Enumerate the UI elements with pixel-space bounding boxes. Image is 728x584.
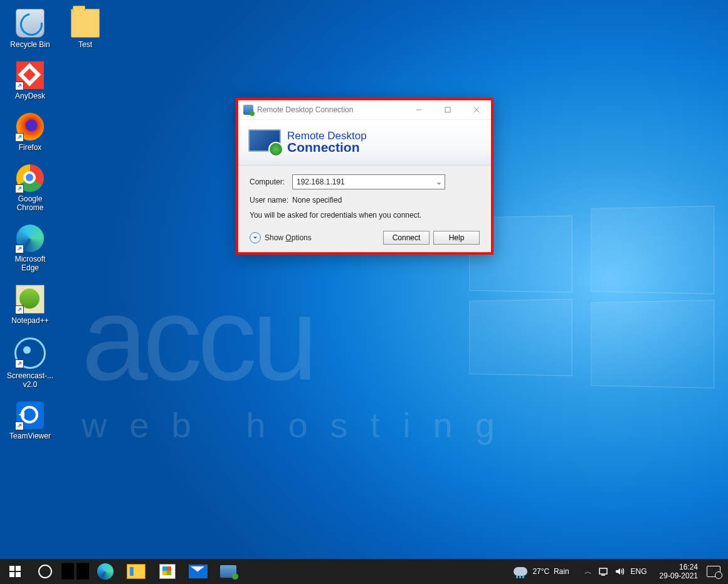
shortcut-arrow-icon: ↗ — [15, 359, 24, 368]
ico-bin — [16, 9, 45, 38]
taskbar-mail[interactable] — [189, 565, 208, 578]
shortcut-arrow-icon: ↗ — [15, 245, 24, 253]
shortcut-arrow-icon: ↗ — [15, 82, 24, 90]
username-label: User name: — [250, 196, 292, 204]
system-tray[interactable]: ︿ ENG — [584, 566, 647, 577]
show-options-toggle[interactable]: Show Options — [250, 232, 312, 243]
taskbar-clock[interactable]: 16:24 29-09-2021 — [660, 563, 698, 580]
ico-ff: ↗ — [16, 113, 44, 141]
taskbar-store[interactable] — [159, 564, 176, 579]
desktop-icon-teamviewer[interactable]: ↗TeamViewer — [6, 401, 54, 440]
shortcut-arrow-icon: ↗ — [15, 422, 24, 430]
search-icon — [38, 565, 52, 578]
rdc-icon — [243, 105, 253, 115]
taskbar: 27°C Rain ︿ ENG 16:24 29-09-2021 — [0, 559, 728, 584]
desktop-icon-anydesk[interactable]: ↗AnyDesk — [6, 61, 54, 100]
icon-label: Firefox — [6, 143, 54, 152]
tray-chevron-icon[interactable]: ︿ — [584, 566, 592, 577]
svg-rect-5 — [16, 566, 21, 571]
icon-label: Screencast-... v2.0 — [6, 371, 54, 389]
ico-anydesk: ↗ — [16, 61, 44, 89]
monitor-icon — [248, 129, 282, 156]
shortcut-arrow-icon: ↗ — [15, 133, 24, 142]
svg-rect-7 — [16, 572, 21, 577]
maximize-button[interactable] — [433, 100, 462, 119]
ico-scast: ↗ — [14, 337, 46, 369]
computer-label: Computer: — [250, 178, 292, 186]
icon-label: Microsoft Edge — [6, 255, 54, 272]
shortcut-arrow-icon: ↗ — [15, 184, 24, 193]
ico-tv: ↗ — [16, 401, 44, 429]
credentials-hint: You will be asked for credentials when y… — [250, 211, 480, 220]
taskbar-rdc[interactable] — [220, 565, 236, 578]
taskbar-file-explorer[interactable] — [127, 564, 145, 579]
watermark-accu: accu — [82, 270, 313, 406]
ico-npp: ↗ — [16, 285, 45, 314]
windows-logo-wallpaper — [464, 207, 727, 395]
svg-rect-9 — [76, 563, 89, 580]
icon-label: Notepad++ — [6, 316, 54, 325]
icon-label: AnyDesk — [6, 92, 54, 100]
svg-rect-11 — [599, 568, 607, 574]
ico-edge: ↗ — [16, 225, 44, 252]
desktop-icon-notepad-[interactable]: ↗Notepad++ — [6, 285, 54, 325]
banner-line2: Connection — [287, 140, 367, 155]
dialog-title-text: Remote Desktop Connection — [257, 105, 353, 114]
icon-label: Recycle Bin — [6, 40, 54, 49]
weather-temp: 27°C — [532, 567, 549, 576]
desktop-icons: Recycle Bin↗AnyDesk↗Firefox↗Google Chrom… — [6, 9, 54, 453]
icon-label: Test — [61, 40, 109, 49]
start-button[interactable] — [0, 559, 30, 584]
clock-date: 29-09-2021 — [660, 571, 698, 580]
desktop-icon-screencast-v2-0[interactable]: ↗Screencast-... v2.0 — [6, 337, 54, 389]
watermark-sub: web hosting — [82, 405, 517, 445]
dialog-banner: Remote Desktop Connection — [238, 120, 491, 166]
desktop-icon-microsoft-edge[interactable]: ↗Microsoft Edge — [6, 225, 54, 272]
desktop-icon-test[interactable]: Test — [61, 9, 109, 49]
remote-desktop-dialog: Remote Desktop Connection Remote Desktop… — [236, 98, 493, 255]
minimize-button[interactable] — [404, 100, 433, 119]
weather-text: Rain — [554, 567, 569, 576]
computer-combobox[interactable]: 192.168.1.191 ⌄ — [292, 174, 445, 189]
clock-time: 16:24 — [660, 563, 698, 571]
svg-rect-6 — [9, 572, 14, 577]
username-value: None specified — [292, 196, 342, 204]
desktop-icon-recycle-bin[interactable]: Recycle Bin — [6, 9, 54, 49]
ico-chrome: ↗ — [16, 164, 44, 192]
icon-label: TeamViewer — [6, 432, 54, 440]
dialog-titlebar[interactable]: Remote Desktop Connection — [238, 100, 491, 120]
ico-folder — [71, 9, 100, 38]
computer-value: 192.168.1.191 — [297, 178, 345, 186]
svg-rect-8 — [61, 563, 74, 580]
icon-label: Google Chrome — [6, 194, 54, 212]
desktop[interactable]: accu web hosting Recycle Bin↗AnyDesk↗Fir… — [0, 0, 728, 584]
desktop-icon-firefox[interactable]: ↗Firefox — [6, 113, 54, 152]
svg-rect-1 — [445, 107, 450, 112]
svg-rect-4 — [9, 566, 14, 571]
connect-button[interactable]: Connect — [383, 231, 430, 245]
network-icon[interactable] — [598, 566, 608, 576]
search-button[interactable] — [30, 559, 60, 584]
volume-icon[interactable] — [615, 566, 625, 576]
shortcut-arrow-icon: ↗ — [15, 305, 24, 314]
taskbar-weather[interactable]: 27°C Rain — [514, 567, 569, 576]
weather-icon — [514, 567, 527, 576]
close-button[interactable] — [462, 100, 491, 119]
chevron-down-icon: ⌄ — [436, 178, 442, 186]
taskbar-edge[interactable] — [97, 563, 113, 580]
notification-center[interactable] — [707, 566, 720, 577]
language-indicator[interactable]: ENG — [631, 567, 647, 576]
help-button[interactable]: Help — [433, 231, 480, 245]
task-view-button[interactable] — [60, 559, 90, 584]
desktop-icon-google-chrome[interactable]: ↗Google Chrome — [6, 164, 54, 212]
